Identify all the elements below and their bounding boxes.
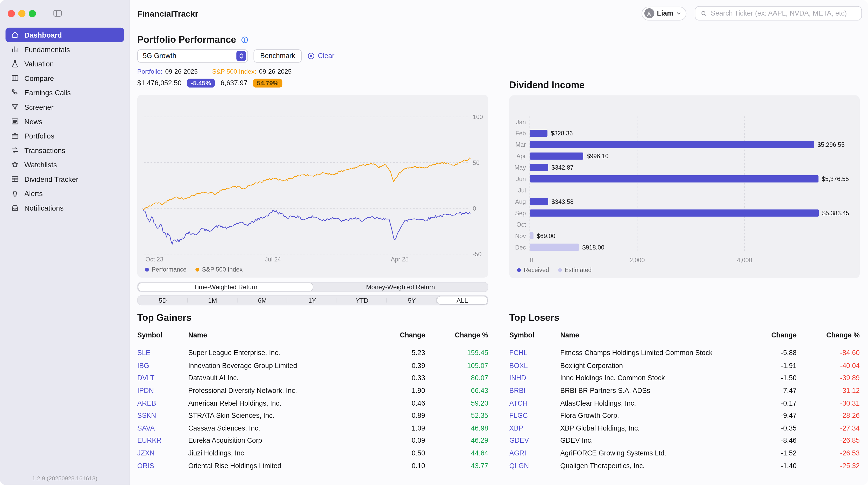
- period-ytd[interactable]: YTD: [337, 296, 387, 305]
- info-icon[interactable]: [241, 36, 248, 44]
- table-row[interactable]: FCHLFitness Champs Holdings Limited Comm…: [509, 347, 860, 359]
- ticker-symbol[interactable]: SLE: [137, 349, 188, 357]
- table-row[interactable]: AREBAmerican Rebel Holdings, Inc.0.4659.…: [137, 397, 488, 409]
- sidebar-item-transactions[interactable]: Transactions: [5, 143, 124, 158]
- dividend-chart: 02,0004,000JanFeb$328.36Mar$5,296.55Apr$…: [509, 95, 860, 278]
- clear-button[interactable]: Clear: [307, 52, 334, 60]
- sidebar-item-dashboard[interactable]: Dashboard: [5, 28, 124, 42]
- tab-time-weighted-return[interactable]: Time-Weighted Return: [138, 283, 313, 291]
- table-row[interactable]: GDEVGDEV Inc.-8.46-26.85: [509, 434, 860, 447]
- sidebar-item-label: Notifications: [24, 204, 63, 212]
- ticker-symbol[interactable]: DVLT: [137, 374, 188, 382]
- sidebar-item-portfolios[interactable]: Portfolios: [5, 129, 124, 143]
- sidebar-item-screener[interactable]: Screener: [5, 100, 124, 114]
- zoom-window-button[interactable]: [29, 9, 36, 17]
- svg-text:Oct: Oct: [517, 221, 526, 228]
- benchmark-button[interactable]: Benchmark: [254, 49, 302, 62]
- change-value: 0.46: [370, 399, 425, 407]
- change-value: 5.23: [370, 349, 425, 357]
- table-row[interactable]: IPDNProfessional Diversity Network, Inc.…: [137, 384, 488, 397]
- column-header-symbol: Symbol: [509, 332, 560, 339]
- table-row[interactable]: AGRIAgriFORCE Growing Systems Ltd.-1.52-…: [509, 447, 860, 460]
- table-row[interactable]: XBPXBP Global Holdings, Inc.-0.35-27.34: [509, 422, 860, 434]
- period-1y[interactable]: 1Y: [287, 296, 337, 305]
- ticker-symbol[interactable]: JZXN: [137, 450, 188, 457]
- ticker-symbol[interactable]: SSKN: [137, 412, 188, 420]
- ticker-symbol[interactable]: AREB: [137, 399, 188, 407]
- ticker-symbol[interactable]: SAVA: [137, 424, 188, 432]
- sidebar-item-news[interactable]: News: [5, 114, 124, 129]
- table-row[interactable]: QLGNQualigen Therapeutics, Inc.-1.40-25.…: [509, 460, 860, 472]
- ticker-symbol[interactable]: BRBI: [509, 387, 560, 395]
- table-row[interactable]: DVLTDatavault AI Inc.0.3380.07: [137, 372, 488, 384]
- ticker-symbol[interactable]: IBG: [137, 362, 188, 370]
- table-row[interactable]: JZXNJiuzi Holdings, Inc.0.5044.64: [137, 447, 488, 460]
- ticker-symbol[interactable]: EURKR: [137, 437, 188, 445]
- sidebar-item-fundamentals[interactable]: Fundamentals: [5, 42, 124, 57]
- sidebar-item-compare[interactable]: Compare: [5, 71, 124, 85]
- ticker-symbol[interactable]: QLGN: [509, 462, 560, 470]
- sidebar-item-valuation[interactable]: Valuation: [5, 57, 124, 71]
- table-row[interactable]: ORISOriental Rise Holdings Limited0.1043…: [137, 460, 488, 472]
- sidebar-toggle-icon[interactable]: [53, 8, 62, 18]
- close-window-button[interactable]: [8, 9, 15, 17]
- top-gainers-title: Top Gainers: [137, 313, 488, 324]
- ticker-symbol[interactable]: AGRI: [509, 450, 560, 457]
- table-row[interactable]: INHDInno Holdings Inc. Common Stock-1.50…: [509, 372, 860, 384]
- sidebar-item-dividend-tracker[interactable]: Dividend Tracker: [5, 172, 124, 186]
- company-name: XBP Global Holdings, Inc.: [560, 424, 741, 432]
- svg-text:0: 0: [473, 205, 476, 212]
- period-5d[interactable]: 5D: [138, 296, 188, 305]
- table-row[interactable]: SLESuper League Enterprise, Inc.5.23159.…: [137, 347, 488, 359]
- phone-icon: [11, 88, 20, 97]
- ticker-symbol[interactable]: ORIS: [137, 462, 188, 470]
- sidebar-item-earnings-calls[interactable]: Earnings Calls: [5, 85, 124, 100]
- benchmark-value: 6,637.97: [220, 79, 247, 87]
- tab-money-weighted-return[interactable]: Money-Weighted Return: [313, 283, 488, 291]
- change-percent: -40.04: [797, 362, 860, 370]
- period-1m[interactable]: 1M: [188, 296, 237, 305]
- table-row[interactable]: IBGInnovation Beverage Group Limited0.39…: [137, 360, 488, 372]
- change-value: -9.47: [741, 412, 797, 420]
- ticker-symbol[interactable]: FCHL: [509, 349, 560, 357]
- company-name: Cassava Sciences, Inc.: [188, 424, 370, 432]
- ticker-symbol[interactable]: XBP: [509, 424, 560, 432]
- change-value: 0.39: [370, 362, 425, 370]
- sidebar-item-alerts[interactable]: Alerts: [5, 186, 124, 201]
- ticker-symbol[interactable]: ATCH: [509, 399, 560, 407]
- company-name: AtlasClear Holdings, Inc.: [560, 399, 741, 407]
- ticker-symbol[interactable]: BOXL: [509, 362, 560, 370]
- ticker-symbol[interactable]: IPDN: [137, 387, 188, 395]
- user-menu[interactable]: Liam: [642, 6, 686, 20]
- change-percent: -39.89: [797, 374, 860, 382]
- table-row[interactable]: ATCHAtlasClear Holdings, Inc.-0.17-30.31: [509, 397, 860, 409]
- user-avatar-icon: [644, 8, 654, 18]
- table-row[interactable]: SAVACassava Sciences, Inc.1.0946.98: [137, 422, 488, 434]
- search-field[interactable]: [695, 6, 862, 21]
- ticker-symbol[interactable]: INHD: [509, 374, 560, 382]
- company-name: Flora Growth Corp.: [560, 412, 741, 420]
- period-5y[interactable]: 5Y: [387, 296, 437, 305]
- period-all[interactable]: ALL: [437, 296, 488, 305]
- search-input[interactable]: [711, 9, 856, 17]
- period-6m[interactable]: 6M: [238, 296, 287, 305]
- change-value: -1.91: [741, 362, 797, 370]
- swap-icon: [11, 146, 20, 154]
- ticker-symbol[interactable]: FLGC: [509, 412, 560, 420]
- svg-text:Mar: Mar: [515, 141, 526, 148]
- minimize-window-button[interactable]: [19, 9, 26, 17]
- portfolio-select[interactable]: 5G Growth: [137, 49, 248, 62]
- table-row[interactable]: FLGCFlora Growth Corp.-9.47-28.26: [509, 409, 860, 422]
- top-losers-table: SymbolNameChangeChange %FCHLFitness Cham…: [509, 328, 860, 472]
- sidebar-item-watchlists[interactable]: Watchlists: [5, 158, 124, 172]
- table-row[interactable]: BRBIBRBI BR Partners S.A. ADSs-7.47-31.1…: [509, 384, 860, 397]
- table-row[interactable]: BOXLBoxlight Corporation-1.91-40.04: [509, 360, 860, 372]
- legend-item-received: Received: [517, 267, 549, 274]
- user-name: Liam: [657, 9, 673, 17]
- sidebar-item-notifications[interactable]: Notifications: [5, 200, 124, 215]
- table-row[interactable]: EURKREureka Acquisition Corp0.0946.29: [137, 434, 488, 447]
- ticker-symbol[interactable]: GDEV: [509, 437, 560, 445]
- table-row[interactable]: SSKNSTRATA Skin Sciences, Inc.0.8952.35: [137, 409, 488, 422]
- performance-chart: 100500-50Oct 23Jul 24Apr 25 PerformanceS…: [137, 95, 488, 278]
- sidebar-item-label: Portfolios: [24, 132, 54, 140]
